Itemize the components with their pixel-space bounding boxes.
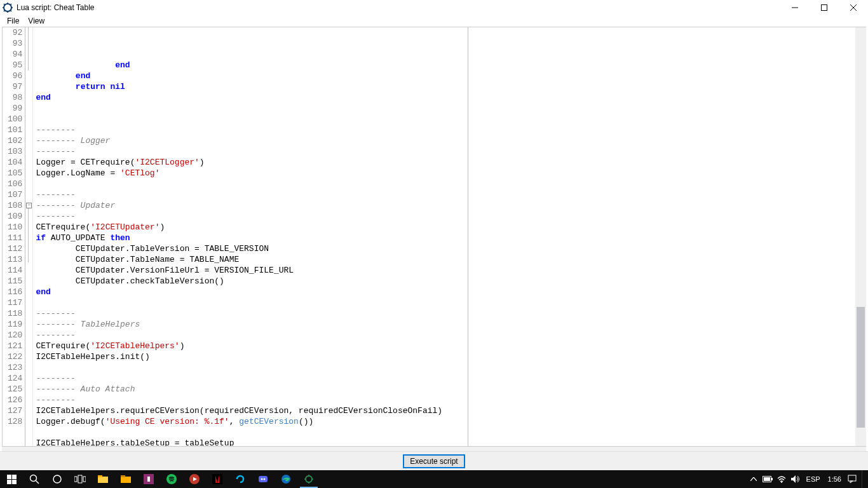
code-line[interactable] <box>36 114 865 125</box>
code-line[interactable]: -------- <box>36 373 865 384</box>
line-number: 113 <box>8 254 22 265</box>
tray-volume-icon[interactable] <box>789 470 803 488</box>
code-line[interactable]: end <box>36 287 865 297</box>
task-view-button[interactable] <box>69 470 92 488</box>
tray-chevron-up-icon[interactable] <box>747 470 761 488</box>
svg-rect-20 <box>147 477 150 482</box>
code-line[interactable]: return nil <box>36 81 865 92</box>
line-number: 117 <box>8 297 22 308</box>
taskbar-app-logitech[interactable] <box>229 470 252 488</box>
svg-rect-18 <box>121 475 125 477</box>
taskbar-app-spotify[interactable] <box>160 470 183 488</box>
line-number: 127 <box>8 405 22 416</box>
minimize-button[interactable] <box>780 0 810 15</box>
svg-rect-32 <box>764 477 770 481</box>
line-number: 115 <box>8 276 22 287</box>
code-line[interactable]: if AUTO_UPDATE then <box>36 233 865 243</box>
tray-clock[interactable]: 1:56 <box>824 475 845 483</box>
code-line[interactable]: -------- <box>36 189 865 200</box>
line-number: 94 <box>8 49 22 60</box>
tray-notifications-icon[interactable] <box>845 470 859 488</box>
code-line[interactable]: -------- <box>36 330 865 341</box>
taskbar-app-pink[interactable] <box>137 470 160 488</box>
code-line[interactable]: CETUpdater.VersionFileUrl = VERSION_FILE… <box>36 265 865 276</box>
svg-point-11 <box>53 475 61 483</box>
code-line[interactable] <box>36 362 865 373</box>
line-number: 98 <box>8 92 22 103</box>
code-line[interactable]: -------- <box>36 211 865 222</box>
taskbar-app-edge[interactable] <box>275 470 297 488</box>
code-line[interactable]: CETrequire('I2CETableHelpers') <box>36 341 865 351</box>
tray-language[interactable]: ESP <box>803 475 824 483</box>
taskbar-app-red[interactable] <box>183 470 206 488</box>
code-line[interactable] <box>36 427 865 438</box>
line-number: 110 <box>8 222 22 233</box>
vertical-scrollbar[interactable] <box>855 27 866 446</box>
svg-rect-31 <box>771 478 773 480</box>
code-line[interactable]: CETrequire('I2CETUpdater') <box>36 222 865 233</box>
cortana-button[interactable] <box>46 470 69 488</box>
svg-rect-35 <box>848 475 856 481</box>
close-button[interactable] <box>839 0 868 15</box>
tray-wifi-icon[interactable] <box>775 470 789 488</box>
code-line[interactable]: -------- <box>36 308 865 319</box>
line-number: 112 <box>8 243 22 254</box>
code-line[interactable]: end <box>36 60 865 71</box>
code-line[interactable]: -------- <box>36 395 865 405</box>
execute-script-button[interactable]: Execute script <box>403 454 465 468</box>
svg-rect-15 <box>98 477 108 483</box>
window-title: Lua script: Cheat Table <box>17 3 780 12</box>
svg-point-9 <box>31 475 37 482</box>
code-line[interactable]: Logger.debugf('Useing CE version: %.1f',… <box>36 416 865 427</box>
fold-toggle-icon[interactable]: − <box>26 203 32 208</box>
code-line[interactable]: CETUpdater.checkTableVersion() <box>36 276 865 287</box>
code-line[interactable] <box>36 179 865 189</box>
code-line[interactable]: CETUpdater.TableVersion = TABLE_VERSION <box>36 243 865 254</box>
taskbar-app-explorer[interactable] <box>92 470 114 488</box>
line-number: 96 <box>8 71 22 81</box>
code-line[interactable]: -------- <box>36 146 865 157</box>
taskbar-app-discord[interactable] <box>252 470 275 488</box>
code-line[interactable]: -------- <box>36 125 865 135</box>
line-number: 106 <box>8 179 22 189</box>
code-line[interactable]: Logger = CETrequire('I2CETLogger') <box>36 157 865 168</box>
code-line[interactable]: I2CETableHelpers.init() <box>36 351 865 362</box>
app-icon <box>1 1 14 14</box>
code-line[interactable]: Logger.LogName = 'CETlog' <box>36 168 865 179</box>
code-line[interactable]: end <box>36 92 865 103</box>
code-line[interactable] <box>36 103 865 114</box>
svg-rect-16 <box>98 475 102 477</box>
svg-rect-2 <box>822 4 827 10</box>
fold-column[interactable]: − <box>25 27 33 446</box>
code-area[interactable]: end end return nilend---------------- Lo… <box>33 27 865 446</box>
code-line[interactable]: CETUpdater.TableName = TABLE_NAME <box>36 254 865 265</box>
code-line[interactable]: I2CETableHelpers.tableSetup = tableSetup <box>36 438 865 447</box>
taskbar-app-folder[interactable] <box>114 470 137 488</box>
line-number: 100 <box>8 114 22 125</box>
search-button[interactable] <box>23 470 46 488</box>
code-line[interactable]: -------- Updater <box>36 200 865 211</box>
code-editor[interactable]: 9293949596979899100101102103104105106107… <box>2 27 866 447</box>
start-button[interactable] <box>0 470 23 488</box>
line-number: 124 <box>8 373 22 384</box>
line-number: 122 <box>8 351 22 362</box>
show-desktop-button[interactable] <box>862 470 865 488</box>
code-line[interactable]: -------- Auto Attach <box>36 384 865 395</box>
vertical-scroll-thumb[interactable] <box>857 307 865 428</box>
taskbar-app-cheatengine[interactable] <box>297 470 320 488</box>
menu-file[interactable]: File <box>3 16 24 26</box>
taskbar[interactable]: ESP 1:56 <box>0 470 868 488</box>
line-number: 123 <box>8 362 22 373</box>
menu-view[interactable]: View <box>24 16 49 26</box>
code-line[interactable]: -------- TableHelpers <box>36 319 865 330</box>
taskbar-app-netflix[interactable] <box>206 470 229 488</box>
tray-battery-icon[interactable] <box>761 470 775 488</box>
code-line[interactable]: end <box>36 71 865 81</box>
line-number: 104 <box>8 157 22 168</box>
code-line[interactable] <box>36 297 865 308</box>
code-line[interactable]: -------- Logger <box>36 135 865 146</box>
code-line[interactable]: I2CETableHelpers.requireCEVersion(requir… <box>36 405 865 416</box>
line-number: 128 <box>8 416 22 427</box>
maximize-button[interactable] <box>810 0 839 15</box>
line-number: 99 <box>8 103 22 114</box>
